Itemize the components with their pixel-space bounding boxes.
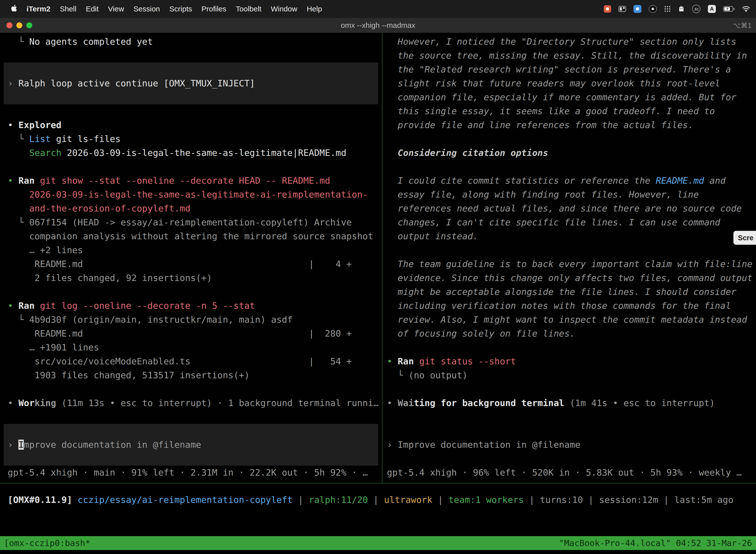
text-segment [8, 148, 29, 158]
terminal-line [387, 132, 756, 146]
prompt-input-line[interactable]: › Improve documentation in @filename [387, 438, 756, 452]
text-segment: Ran [18, 300, 35, 311]
wifi-icon[interactable] [742, 6, 750, 12]
tmux-status-bar: [omx-cczip0:bash* "MacBook-Pro-44.local"… [0, 536, 756, 550]
text-segment: git log --oneline --decorate -n 5 --stat [35, 300, 255, 311]
text-segment: • [8, 300, 18, 311]
terminal-line: companion analysis without altering the … [8, 229, 382, 243]
text-segment: Ran [18, 175, 35, 186]
window-manager-icon[interactable] [619, 6, 626, 12]
menu-item-window[interactable]: Window [266, 5, 302, 13]
text-segment: 2 files changed, 92 insertions(+) [8, 273, 212, 283]
screen-edge-tooltip[interactable]: Scre [734, 231, 756, 245]
text-segment: • [387, 356, 397, 366]
text-segment: evidence. Since this change only affects… [387, 273, 753, 283]
terminal-line: └ List git ls-files [8, 132, 382, 146]
terminal-line: • Ran git show --stat --oneline --decora… [8, 174, 382, 188]
battery-icon[interactable] [723, 6, 735, 12]
text-segment: [OMX#0.11.9] [8, 495, 78, 505]
menu-item-view[interactable]: View [104, 5, 129, 13]
terminal-line: slight risk that future readers may over… [387, 76, 756, 90]
text-segment: slight risk that future readers may over… [387, 78, 720, 88]
left-terminal-pane[interactable]: └ No agents completed yet› Ralph loop ac… [0, 33, 382, 483]
text-segment: src/voice/voiceModeEnabled.ts | 54 + [8, 356, 352, 366]
omx-status-bar: [OMX#0.11.9] cczip/essay/ai-reimplementa… [0, 493, 756, 507]
text-segment: team:1 workers [448, 495, 523, 505]
menu-item-scripts[interactable]: Scripts [165, 5, 197, 13]
text-segment: Considering citation options [387, 148, 548, 158]
text-segment: companion analysis without altering the … [8, 231, 373, 241]
text-segment: • [8, 120, 18, 130]
desktop: iTerm2 Shell Edit View Session Scripts P… [0, 0, 756, 554]
text-cursor: I [18, 440, 24, 450]
text-segment: companion file, especially if more comme… [387, 92, 737, 102]
menu-item-session[interactable]: Session [129, 5, 165, 13]
window-shortcut-hint: ⌥⌘1 [733, 18, 752, 33]
text-segment: including verification notes with those … [387, 300, 731, 311]
window-title-bar[interactable]: omx --xhigh --madmax ⌥⌘1 [0, 18, 756, 33]
menu-item-toolbelt[interactable]: Toolbelt [231, 5, 266, 13]
text-segment: Ralph loop active continue [OMX_TMUX_INJ… [18, 78, 255, 88]
minimize-window-button[interactable] [16, 22, 22, 28]
text-segment: Wor [18, 398, 35, 408]
terminal-line: └ 067f154 (HEAD -> essay/ai-reimplementa… [8, 215, 382, 229]
text-segment: session:12m [599, 495, 658, 505]
text-segment: essay file, along with finding root file… [387, 189, 699, 200]
screen-recording-indicator-icon[interactable] [604, 5, 611, 13]
terminal-line [4, 63, 378, 76]
text-segment: and [704, 175, 726, 186]
menu-item-iterm2[interactable]: iTerm2 [22, 5, 55, 13]
terminal-line: the "Related research writing" section i… [387, 63, 756, 76]
terminal-line: src/voice/voiceModeEnabled.ts | 54 + [8, 354, 382, 368]
prompt-input-line[interactable]: › Improve documentation in @filename [4, 438, 378, 452]
text-segment: README.md | 280 + [8, 328, 352, 339]
text-segment: review. Also, I might want to inspect th… [387, 315, 747, 325]
terminal-line [387, 410, 756, 424]
text-segment: (11m 13s • esc to interrupt) · 1 backgro… [56, 398, 378, 408]
terminal-line [8, 104, 382, 118]
text-segment: └ [8, 37, 29, 47]
text-segment: Search [29, 148, 62, 158]
text-segment: git ls-files [51, 134, 121, 144]
terminal-line: 2026-03-09-is-legal-the-same-as-legitima… [8, 188, 382, 202]
terminal-line: README.md | 280 + [8, 327, 382, 340]
menu-item-help[interactable]: Help [302, 5, 327, 13]
menu-item-edit[interactable]: Edit [81, 5, 104, 13]
terminal-line [4, 452, 378, 466]
blue-app-icon[interactable] [633, 5, 641, 13]
text-segment: git show --stat --oneline --decorate HEA… [35, 175, 330, 186]
right-terminal-pane[interactable]: However, I noticed the "Directory Struct… [382, 33, 756, 483]
terminal-line [4, 424, 378, 438]
text-segment: … +1901 lines [8, 342, 99, 352]
text-segment: this single essay, it seems like a good … [387, 106, 715, 116]
terminal-line [387, 160, 756, 174]
menu-item-shell[interactable]: Shell [55, 5, 81, 13]
text-segment: 067f154 (HEAD -> essay/ai-reimplementati… [29, 217, 352, 227]
terminal-line: references need actual files, and since … [387, 202, 756, 215]
text-segment: README.md | 4 + [8, 259, 352, 269]
terminal-line: └ No agents completed yet [8, 35, 382, 49]
terminal-line [8, 160, 382, 174]
input-source-icon[interactable]: A [708, 5, 716, 13]
apple-menu-icon[interactable] [6, 4, 22, 14]
text-segment: I could cite commit statistics or refere… [387, 175, 656, 186]
terminal-line: However, I noticed the "Directory Struct… [387, 35, 756, 49]
ghost-app-icon[interactable] [678, 6, 685, 12]
dark-app-icon[interactable] [649, 5, 657, 13]
terminal-line [8, 410, 382, 424]
grid-dots-icon[interactable] [664, 6, 671, 12]
terminal-line: evidence. Since this change only affects… [387, 271, 756, 285]
terminal-line [387, 382, 756, 396]
terminal-line [387, 340, 756, 354]
text-segment: (1m 41s • esc to interrupt) [564, 398, 715, 408]
text-segment: | [368, 495, 384, 505]
zoom-window-button[interactable] [26, 22, 32, 28]
text-segment: changes, I can't cite specific file line… [387, 217, 720, 227]
terminal-line [8, 49, 382, 63]
text-segment: | [293, 495, 309, 505]
percent-badge-icon[interactable]: .61 [692, 5, 700, 13]
close-window-button[interactable] [6, 22, 12, 28]
text-segment: List [29, 134, 51, 144]
menu-item-profiles[interactable]: Profiles [197, 5, 231, 13]
terminal-line: › Ralph loop active continue [OMX_TMUX_I… [4, 76, 378, 90]
